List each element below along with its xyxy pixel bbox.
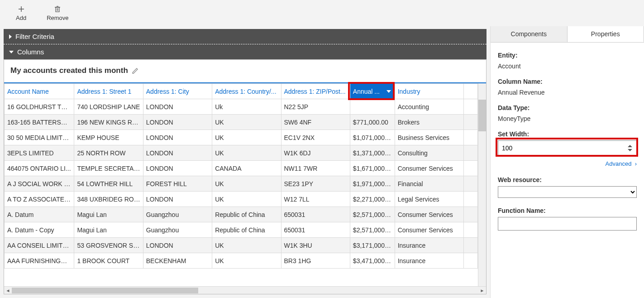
table-cell-filler: [464, 207, 478, 222]
table-cell: [350, 99, 395, 115]
column-header[interactable]: Address 1: City: [143, 84, 212, 99]
table-cell: $2,571,000.00: [350, 222, 395, 238]
table-cell: LONDON: [143, 115, 212, 130]
column-header[interactable]: Address 1: ZIP/Post...: [281, 84, 350, 99]
filter-criteria-header[interactable]: Filter Criteria: [4, 29, 487, 44]
table-cell: EC1V 2NX: [281, 130, 350, 145]
table-row[interactable]: A TO Z ASSOCIATED...348 UXBRIDEG ROADLON…: [5, 192, 478, 207]
table-row[interactable]: AA CONSEIL LIMITED53 GROSVENOR STR...LON…: [5, 238, 478, 253]
table-cell: 53 GROSVENOR STR...: [74, 238, 143, 253]
table-cell: TEMPLE SECRETARIE...: [74, 161, 143, 176]
table-cell: 25 NORTH ROW: [74, 145, 143, 161]
table-row[interactable]: A J SOCIAL WORK L...54 LOWTHER HILLFORES…: [5, 176, 478, 192]
table-cell: LONDON: [143, 192, 212, 207]
table-cell: AAA FURNISHINGS ...: [5, 253, 74, 269]
table-row[interactable]: A. Datum - CopyMagui LanGuangzhouRepubli…: [5, 222, 478, 238]
table-cell: LONDON: [143, 130, 212, 145]
remove-button[interactable]: Remove: [47, 5, 68, 21]
table-cell: W12 7LL: [281, 192, 350, 207]
chevron-down-icon: [386, 90, 391, 93]
table-cell: UK: [212, 176, 281, 192]
column-header[interactable]: Annual ...: [350, 84, 395, 99]
column-header[interactable]: Address 1: Street 1: [74, 84, 143, 99]
table-cell: W1K 3HU: [281, 238, 350, 253]
table-cell: 163-165 BATTERSEA...: [5, 115, 74, 130]
column-header[interactable]: Address 1: Country/...: [212, 84, 281, 99]
table-cell: UK: [212, 192, 281, 207]
table-cell: 3EPLS LIMITED: [5, 145, 74, 161]
table-cell: 16 GOLDHURST TER...: [5, 99, 74, 115]
pencil-icon[interactable]: [132, 67, 139, 74]
table-cell: Accounting: [395, 99, 463, 115]
table-cell: Insurance: [395, 238, 463, 253]
column-header[interactable]: Account Name: [5, 84, 74, 99]
tab-components[interactable]: Components: [491, 26, 568, 42]
table-row[interactable]: 464075 ONTARIO LI...TEMPLE SECRETARIE...…: [5, 161, 478, 176]
data-type-label: Data Type:: [498, 104, 637, 111]
columns-header[interactable]: Columns: [4, 44, 487, 59]
table-cell: SE23 1PY: [281, 176, 350, 192]
table-cell: LONDON: [143, 238, 212, 253]
table-cell: $2,571,000.00: [350, 207, 395, 222]
table-cell-filler: [464, 222, 478, 238]
set-width-input[interactable]: [498, 140, 637, 156]
table-cell: FOREST HILL: [143, 176, 212, 192]
table-row[interactable]: 30 50 MEDIA LIMITEDKEMP HOUSELONDONUKEC1…: [5, 130, 478, 145]
function-name-input[interactable]: [498, 217, 637, 231]
scroll-right-icon[interactable]: ►: [478, 287, 486, 294]
table-cell: 1 BROOK COURT: [74, 253, 143, 269]
table-cell: 650031: [281, 207, 350, 222]
properties-panel: Components Properties Entity: Account Co…: [490, 26, 644, 298]
table-cell: 348 UXBRIDEG ROAD: [74, 192, 143, 207]
table-cell-filler: [464, 130, 478, 145]
remove-label: Remove: [47, 14, 68, 21]
table-row[interactable]: 16 GOLDHURST TER...740 LORDSHIP LANELOND…: [5, 99, 478, 115]
table-cell: UK: [212, 115, 281, 130]
add-label: Add: [16, 14, 26, 21]
width-step-up-icon[interactable]: [628, 145, 632, 147]
scroll-left-icon[interactable]: ◄: [4, 287, 12, 294]
columns-label: Columns: [17, 48, 44, 56]
table-cell-filler: [464, 176, 478, 192]
add-button[interactable]: Add: [16, 5, 26, 21]
vertical-scrollbar[interactable]: [478, 83, 486, 286]
table-cell: $1,971,000.00: [350, 176, 395, 192]
toolbar: Add Remove: [0, 0, 644, 26]
column-header[interactable]: Industry: [395, 84, 463, 99]
entity-value: Account: [498, 62, 637, 70]
width-step-down-icon[interactable]: [628, 149, 632, 151]
table-cell: Consulting: [395, 145, 463, 161]
table-cell: UK: [212, 253, 281, 269]
web-resource-select[interactable]: [498, 186, 637, 198]
tab-properties[interactable]: Properties: [568, 26, 644, 42]
table-cell: UK: [212, 238, 281, 253]
table-cell: $2,271,000.00: [350, 192, 395, 207]
entity-label: Entity:: [498, 52, 637, 59]
table-row[interactable]: 163-165 BATTERSEA...196 NEW KINGS RO...L…: [5, 115, 478, 130]
table-row[interactable]: 3EPLS LIMITED25 NORTH ROWLONDONUKW1K 6DJ…: [5, 145, 478, 161]
horizontal-scrollbar[interactable]: ◄ ►: [4, 286, 486, 294]
table-cell: Republic of China: [212, 207, 281, 222]
table-cell: Consumer Services: [395, 222, 463, 238]
table-cell: A. Datum: [5, 207, 74, 222]
table-cell: UK: [212, 145, 281, 161]
view-box: My accounts created this month Acco: [4, 59, 487, 294]
table-cell: 464075 ONTARIO LI...: [5, 161, 74, 176]
table-row[interactable]: AAA FURNISHINGS ...1 BROOK COURTBECKENHA…: [5, 253, 478, 269]
table-cell: $1,671,000.00: [350, 161, 395, 176]
data-grid: Account NameAddress 1: Street 1Address 1…: [4, 83, 478, 286]
column-name-value: Annual Revenue: [498, 89, 637, 96]
table-cell: $1,371,000.00: [350, 145, 395, 161]
table-cell: Magui Lan: [74, 222, 143, 238]
advanced-link[interactable]: Advanced ›: [498, 160, 637, 167]
table-cell: CANADA: [212, 161, 281, 176]
table-cell: Uk: [212, 99, 281, 115]
left-pane: Filter Criteria Columns My accounts crea…: [0, 26, 490, 298]
table-cell-filler: [464, 161, 478, 176]
trash-icon: [54, 5, 61, 13]
table-cell: Guangzhou: [143, 207, 212, 222]
table-cell-filler: [464, 115, 478, 130]
table-cell: W1K 6DJ: [281, 145, 350, 161]
table-row[interactable]: A. DatumMagui LanGuangzhouRepublic of Ch…: [5, 207, 478, 222]
table-cell: Business Services: [395, 130, 463, 145]
